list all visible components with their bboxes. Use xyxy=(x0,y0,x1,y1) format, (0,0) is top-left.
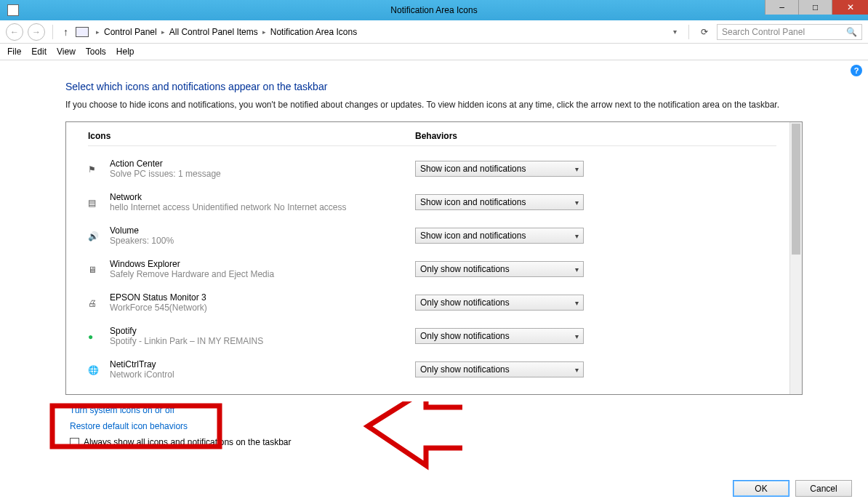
scrollbar[interactable] xyxy=(789,122,802,394)
list-item: 🔊VolumeSpeakers: 100%Show icon and notif… xyxy=(88,219,776,252)
item-subtitle: Solve PC issues: 1 message xyxy=(110,169,415,179)
minimize-button[interactable]: – xyxy=(765,0,798,15)
behavior-cell: Only show notifications▾ xyxy=(415,328,776,344)
link-system-icons[interactable]: Turn system icons on or off xyxy=(70,405,803,415)
app-icon: 🖨 xyxy=(88,297,110,308)
window-controls: – □ ✕ xyxy=(765,0,868,15)
behavior-dropdown[interactable]: Show icon and notifications▾ xyxy=(415,228,584,244)
ok-button[interactable]: OK xyxy=(733,480,789,497)
window-title: Notification Area Icons xyxy=(0,5,868,15)
behavior-cell: Only show notifications▾ xyxy=(415,361,776,377)
item-text: Networkhello Internet access Unidentifie… xyxy=(110,192,415,212)
menu-help[interactable]: Help xyxy=(116,47,134,57)
behavior-cell: Only show notifications▾ xyxy=(415,261,776,277)
dropdown-value: Show icon and notifications xyxy=(420,197,526,207)
item-title: Windows Explorer xyxy=(110,259,415,269)
app-icon: ● xyxy=(88,330,110,342)
breadcrumb-dropdown[interactable]: ▾ xyxy=(669,28,681,36)
crumb-all-items[interactable]: All Control Panel Items xyxy=(169,27,258,37)
behavior-cell: Show icon and notifications▾ xyxy=(415,161,776,177)
crumb-separator: ▸ xyxy=(161,28,165,36)
dialog-buttons: OK Cancel xyxy=(733,480,852,497)
chevron-down-icon: ▾ xyxy=(575,165,579,173)
column-headers: Icons Behaviors xyxy=(88,129,776,146)
behavior-dropdown[interactable]: Only show notifications▾ xyxy=(415,295,584,311)
breadcrumb: ▸ Control Panel ▸ All Control Panel Item… xyxy=(76,27,664,37)
dropdown-value: Only show notifications xyxy=(420,331,510,341)
help-icon[interactable]: ? xyxy=(851,65,862,76)
chevron-down-icon: ▾ xyxy=(575,199,579,207)
behavior-cell: Only show notifications▾ xyxy=(415,295,776,311)
behavior-dropdown[interactable]: Show icon and notifications▾ xyxy=(415,161,584,177)
chevron-down-icon: ▾ xyxy=(575,366,579,374)
always-show-row: Always show all icons and notifications … xyxy=(65,437,803,447)
scroll-thumb[interactable] xyxy=(792,124,800,255)
chevron-down-icon: ▾ xyxy=(575,265,579,273)
behavior-cell: Show icon and notifications▾ xyxy=(415,194,776,210)
item-subtitle: WorkForce 545(Network) xyxy=(110,303,415,313)
behavior-dropdown[interactable]: Only show notifications▾ xyxy=(415,328,584,344)
item-title: Network xyxy=(110,192,415,202)
always-show-label: Always show all icons and notifications … xyxy=(84,437,292,447)
icon-list: Icons Behaviors ⚑Action CenterSolve PC i… xyxy=(66,122,789,394)
list-item: ⚑Action CenterSolve PC issues: 1 message… xyxy=(88,152,776,185)
item-title: EPSON Status Monitor 3 xyxy=(110,292,415,303)
item-title: NetiCtrlTray xyxy=(110,359,415,369)
icon-list-container: Icons Behaviors ⚑Action CenterSolve PC i… xyxy=(65,121,803,395)
back-button[interactable]: ← xyxy=(6,23,23,41)
dropdown-value: Only show notifications xyxy=(420,264,510,274)
behavior-dropdown[interactable]: Only show notifications▾ xyxy=(415,261,584,277)
crumb-control-panel[interactable]: Control Panel xyxy=(104,27,157,37)
item-text: Windows ExplorerSafely Remove Hardware a… xyxy=(110,259,415,279)
up-button[interactable]: ↑ xyxy=(60,26,71,38)
menu-tools[interactable]: Tools xyxy=(86,47,106,57)
navigation-bar: ← → ↑ ▸ Control Panel ▸ All Control Pane… xyxy=(0,20,868,44)
nav-separator xyxy=(52,25,53,39)
list-item: 🖥Windows ExplorerSafely Remove Hardware … xyxy=(88,252,776,286)
item-text: VolumeSpeakers: 100% xyxy=(110,225,415,246)
app-icon: 🌐 xyxy=(88,364,110,375)
dropdown-value: Show icon and notifications xyxy=(420,231,526,241)
list-item: ▤Networkhello Internet access Unidentifi… xyxy=(88,185,776,219)
menu-edit[interactable]: Edit xyxy=(31,47,47,57)
dropdown-value: Show icon and notifications xyxy=(420,164,526,174)
crumb-current[interactable]: Notification Area Icons xyxy=(270,27,357,37)
page-heading: Select which icons and notifications app… xyxy=(65,81,803,92)
always-show-checkbox[interactable] xyxy=(70,438,79,447)
item-text: Action CenterSolve PC issues: 1 message xyxy=(110,159,415,179)
close-button[interactable]: ✕ xyxy=(832,0,868,15)
list-item: 🌐NetiCtrlTrayNetwork iControlOnly show n… xyxy=(88,353,776,386)
item-subtitle: Spotify - Linkin Park – IN MY REMAINS xyxy=(110,336,415,346)
item-subtitle: hello Internet access Unidentified netwo… xyxy=(110,202,415,212)
refresh-button[interactable]: ⟳ xyxy=(696,27,712,37)
links-section: Turn system icons on or off Restore defa… xyxy=(65,405,803,431)
forward-button[interactable]: → xyxy=(28,23,45,41)
chevron-down-icon: ▾ xyxy=(575,299,579,307)
item-title: Volume xyxy=(110,225,415,236)
behavior-dropdown[interactable]: Show icon and notifications▾ xyxy=(415,194,584,210)
cancel-button[interactable]: Cancel xyxy=(795,480,852,497)
link-restore-defaults[interactable]: Restore default icon behaviors xyxy=(70,421,803,431)
search-placeholder: Search Control Panel xyxy=(722,27,805,37)
item-text: EPSON Status Monitor 3WorkForce 545(Netw… xyxy=(110,292,415,313)
search-icon: 🔍 xyxy=(846,27,857,37)
computer-icon[interactable] xyxy=(76,27,89,37)
app-icon: ⚑ xyxy=(88,163,110,175)
item-title: Spotify xyxy=(110,326,415,336)
column-icons: Icons xyxy=(88,131,415,141)
title-bar: Notification Area Icons – □ ✕ xyxy=(0,0,868,20)
menu-file[interactable]: File xyxy=(7,47,21,57)
list-item: 🖨EPSON Status Monitor 3WorkForce 545(Net… xyxy=(88,286,776,319)
app-icon: 🖥 xyxy=(88,263,110,275)
behavior-cell: Show icon and notifications▾ xyxy=(415,228,776,244)
list-item: ●SpotifySpotify - Linkin Park – IN MY RE… xyxy=(88,319,776,353)
menu-view[interactable]: View xyxy=(57,47,76,57)
item-subtitle: Safely Remove Hardware and Eject Media xyxy=(110,269,415,279)
maximize-button[interactable]: □ xyxy=(798,0,832,15)
dropdown-value: Only show notifications xyxy=(420,297,510,308)
column-behaviors: Behaviors xyxy=(415,131,776,141)
search-input[interactable]: Search Control Panel 🔍 xyxy=(717,24,862,40)
nav-separator xyxy=(688,25,689,39)
behavior-dropdown[interactable]: Only show notifications▾ xyxy=(415,361,584,377)
item-title: Action Center xyxy=(110,159,415,169)
